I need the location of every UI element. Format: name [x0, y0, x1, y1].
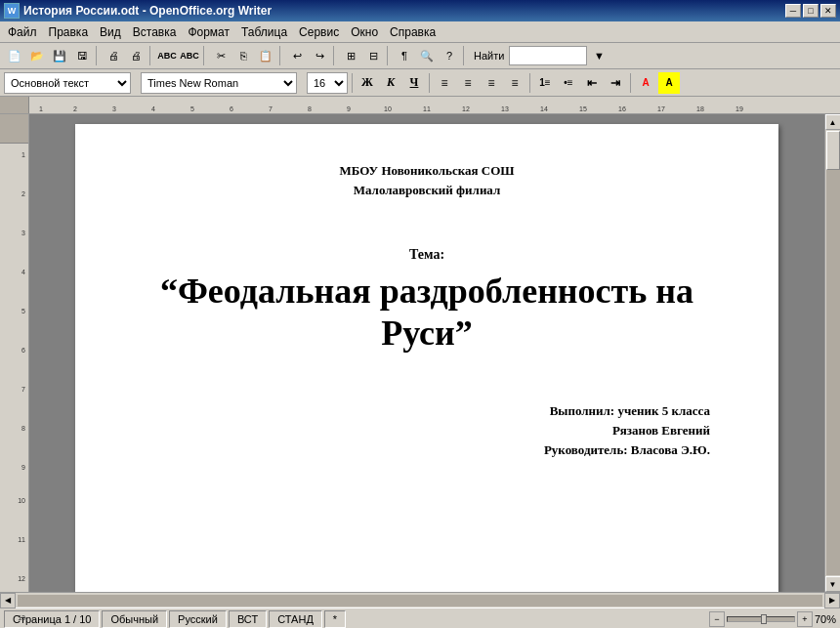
- window-controls[interactable]: ─ □ ✕: [785, 4, 836, 18]
- align-justify-button[interactable]: ≡: [504, 72, 525, 94]
- author-line-3: Руководитель: Власова Э.Ю.: [144, 442, 710, 458]
- vertical-scrollbar[interactable]: ▲ ▼: [824, 114, 840, 592]
- nav-button[interactable]: 🔍: [416, 45, 438, 66]
- zoom-slider-thumb[interactable]: [761, 614, 767, 624]
- maximize-button[interactable]: □: [803, 4, 819, 18]
- ruler-mark-14: 14: [540, 105, 548, 112]
- ruler-mark-3: 3: [112, 105, 116, 112]
- ruler-mark-7: 7: [269, 105, 273, 112]
- open-button[interactable]: 📂: [26, 45, 48, 66]
- style-select[interactable]: Основной текст: [4, 72, 131, 94]
- redo-button[interactable]: ↪: [309, 45, 330, 66]
- scroll-track[interactable]: [826, 131, 840, 575]
- ruler-mark-12: 12: [462, 105, 470, 112]
- help-button[interactable]: ?: [439, 45, 460, 66]
- ruler-mark-1: 1: [39, 105, 43, 112]
- vruler-12: 12: [18, 575, 25, 582]
- align-right-button[interactable]: ≡: [481, 72, 502, 94]
- indent-button[interactable]: ⇥: [605, 72, 626, 94]
- numbering-button[interactable]: 1≡: [534, 72, 556, 94]
- menu-file[interactable]: Файл: [2, 23, 43, 41]
- outdent-button[interactable]: ⇤: [581, 72, 603, 94]
- align-left-button[interactable]: ≡: [434, 72, 455, 94]
- table2-button[interactable]: ⊟: [362, 45, 384, 66]
- ruler-mark-6: 6: [230, 105, 233, 112]
- italic-button[interactable]: К: [380, 72, 401, 94]
- ruler-mark-8: 8: [308, 105, 312, 112]
- menu-bar: Файл Правка Вид Вставка Формат Таблица С…: [0, 21, 840, 43]
- find-next-button[interactable]: ▼: [588, 45, 609, 66]
- print-button[interactable]: 🖨: [125, 45, 147, 66]
- copy-button[interactable]: ⎘: [232, 45, 254, 66]
- vruler-4: 4: [21, 269, 25, 275]
- save-button[interactable]: 💾: [49, 45, 70, 66]
- align-center-button[interactable]: ≡: [457, 72, 479, 94]
- menu-view[interactable]: Вид: [94, 23, 127, 41]
- menu-edit[interactable]: Правка: [43, 23, 95, 41]
- scroll-down-button[interactable]: ▼: [825, 576, 841, 592]
- scroll-up-button[interactable]: ▲: [825, 114, 841, 130]
- menu-table[interactable]: Таблица: [235, 23, 293, 41]
- menu-window[interactable]: Окно: [345, 23, 384, 41]
- scroll-right-button[interactable]: ▶: [824, 593, 840, 608]
- ruler-mark-16: 16: [618, 105, 626, 112]
- app-icon: W: [4, 3, 20, 19]
- author-line-1: Выполнил: ученик 5 класса: [144, 403, 710, 419]
- extra-status: *: [324, 610, 346, 628]
- highlight-button[interactable]: A: [658, 72, 680, 94]
- format-toolbar: Основной текст Times New Roman 16 Ж К Ч …: [0, 69, 840, 97]
- menu-format[interactable]: Формат: [182, 23, 235, 41]
- doc-header: МБОУ Новоникольская СОШ Малолавровский ф…: [144, 163, 710, 198]
- find-input[interactable]: [509, 46, 587, 65]
- hscroll-track[interactable]: [18, 595, 822, 607]
- cut-button[interactable]: ✂: [210, 45, 231, 66]
- style-status: Обычный: [102, 610, 167, 628]
- save-as-button[interactable]: 🖫: [71, 45, 93, 66]
- horizontal-scrollbar[interactable]: ◀ ▶: [0, 592, 840, 607]
- print-preview-button[interactable]: 🖨: [103, 45, 124, 66]
- bullet-button[interactable]: •≡: [558, 72, 579, 94]
- bold-button[interactable]: Ж: [357, 72, 378, 94]
- zoom-percent: 70%: [815, 613, 836, 625]
- vruler-1: 1: [21, 151, 25, 158]
- author-line-2: Рязанов Евгений: [144, 423, 710, 439]
- new-button[interactable]: 📄: [4, 45, 25, 66]
- menu-help[interactable]: Справка: [384, 23, 441, 41]
- sep5: [333, 46, 337, 65]
- vruler-7: 7: [21, 386, 25, 393]
- title-bar: W История России.odt - OpenOffice.org Wr…: [0, 0, 840, 21]
- spellcheck2-button[interactable]: ABC: [179, 45, 200, 66]
- menu-insert[interactable]: Вставка: [127, 23, 183, 41]
- paste-button[interactable]: 📋: [255, 45, 276, 66]
- scroll-left-button[interactable]: ◀: [0, 593, 16, 608]
- insert-mode-status[interactable]: ВСТ: [229, 610, 267, 628]
- vruler-6: 6: [21, 347, 25, 354]
- scroll-thumb[interactable]: [826, 131, 840, 170]
- undo-button[interactable]: ↩: [286, 45, 308, 66]
- font-color-button[interactable]: A: [635, 72, 656, 94]
- underline-button[interactable]: Ч: [403, 72, 425, 94]
- close-button[interactable]: ✕: [820, 4, 836, 18]
- minimize-button[interactable]: ─: [785, 4, 801, 18]
- ruler-mark-19: 19: [735, 105, 743, 112]
- standard-mode-status[interactable]: СТАНД: [269, 610, 322, 628]
- status-right: − + 70%: [709, 611, 836, 627]
- vruler-8: 8: [21, 425, 25, 432]
- spellcheck-button[interactable]: ABC: [156, 45, 178, 66]
- ruler-mark-4: 4: [151, 105, 155, 112]
- nonprint-button[interactable]: ¶: [394, 45, 415, 66]
- vruler-2: 2: [21, 190, 25, 197]
- menu-tools[interactable]: Сервис: [293, 23, 345, 41]
- ruler-mark-18: 18: [696, 105, 704, 112]
- ruler-mark-11: 11: [423, 105, 431, 112]
- zoom-slider[interactable]: [727, 616, 795, 622]
- document-area[interactable]: МБОУ Новоникольская СОШ Малолавровский ф…: [29, 114, 824, 592]
- status-bar: Страница 1 / 10 Обычный Русский ВСТ СТАН…: [0, 607, 840, 628]
- size-select[interactable]: 16: [307, 72, 348, 94]
- language-status: Русский: [169, 610, 227, 628]
- zoom-in-icon[interactable]: +: [797, 611, 813, 627]
- ruler-mark-10: 10: [384, 105, 392, 112]
- zoom-out-icon[interactable]: −: [709, 611, 725, 627]
- font-select[interactable]: Times New Roman: [141, 72, 297, 94]
- table-button[interactable]: ⊞: [340, 45, 361, 66]
